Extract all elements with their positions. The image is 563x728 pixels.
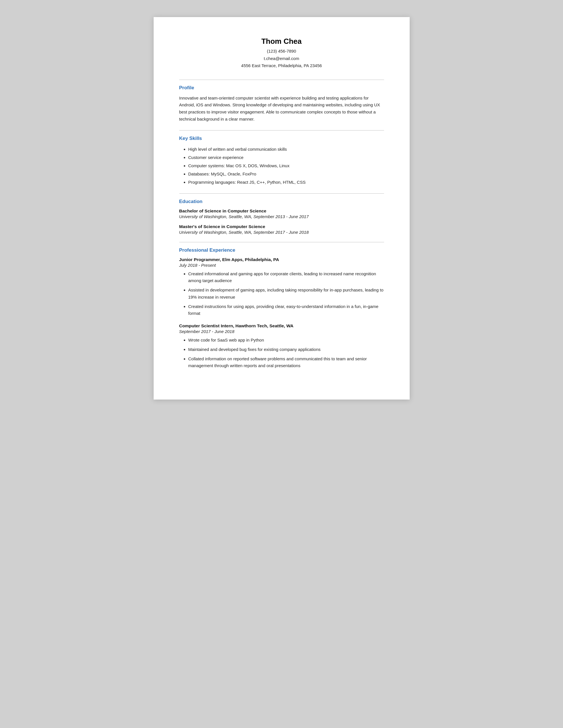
job-bullet-item: Wrote code for SaaS web app in Python (188, 337, 384, 344)
skills-divider (179, 193, 384, 194)
job-dates: July 2018 - Present (179, 263, 384, 268)
key-skills-section: Key Skills High level of written and ver… (179, 136, 384, 186)
job-title: Junior Programmer, Elm Apps, Philadelphi… (179, 257, 384, 262)
education-entries: Bachelor of Science in Computer ScienceU… (179, 208, 384, 235)
skill-item: Computer systems: Mac OS X, DOS, Windows… (188, 162, 384, 169)
skills-list: High level of written and verbal communi… (179, 145, 384, 186)
job-bullets: Created informational and gaming apps fo… (179, 270, 384, 317)
job-bullet-item: Assisted in development of gaming apps, … (188, 287, 384, 301)
professional-experience-section: Professional Experience Junior Programme… (179, 247, 384, 370)
job-title: Computer Scientist Intern, Hawthorn Tech… (179, 323, 384, 328)
job-entry: Junior Programmer, Elm Apps, Philadelphi… (179, 257, 384, 317)
header-section: Thom Chea (123) 456-7890 t.chea@email.co… (179, 37, 384, 69)
job-entry: Computer Scientist Intern, Hawthorn Tech… (179, 323, 384, 369)
job-bullet-item: Maintained and developed bug fixes for e… (188, 346, 384, 353)
skill-item: Customer service experience (188, 154, 384, 161)
education-entry: Master's of Science in Computer ScienceU… (179, 224, 384, 235)
education-entry: Bachelor of Science in Computer ScienceU… (179, 208, 384, 219)
phone: (123) 456-7890 (179, 47, 384, 55)
profile-divider (179, 130, 384, 131)
job-bullet-item: Created informational and gaming apps fo… (188, 270, 384, 285)
profile-title: Profile (179, 85, 384, 91)
edu-degree: Bachelor of Science in Computer Science (179, 208, 384, 214)
header-contact: (123) 456-7890 t.chea@email.com 4556 Eas… (179, 47, 384, 69)
profile-section: Profile Innovative and team-oriented com… (179, 85, 384, 123)
job-dates: September 2017 - June 2018 (179, 329, 384, 334)
education-title: Education (179, 199, 384, 204)
skill-item: Programming languages: React JS, C++, Py… (188, 178, 384, 186)
candidate-name: Thom Chea (179, 37, 384, 46)
email: t.chea@email.com (179, 55, 384, 62)
job-bullets: Wrote code for SaaS web app in PythonMai… (179, 337, 384, 369)
edu-institution: University of Washington, Seattle, WA, S… (179, 214, 384, 219)
edu-degree: Master's of Science in Computer Science (179, 224, 384, 229)
skill-item: High level of written and verbal communi… (188, 145, 384, 153)
job-entries: Junior Programmer, Elm Apps, Philadelphi… (179, 257, 384, 370)
key-skills-title: Key Skills (179, 136, 384, 141)
edu-institution: University of Washington, Seattle, WA, S… (179, 230, 384, 235)
education-divider (179, 242, 384, 242)
professional-experience-title: Professional Experience (179, 247, 384, 253)
profile-text: Innovative and team-oriented computer sc… (179, 95, 384, 123)
resume-page: Thom Chea (123) 456-7890 t.chea@email.co… (154, 17, 410, 400)
address: 4556 East Terrace, Philadelphia, PA 2345… (179, 62, 384, 69)
job-bullet-item: Collated information on reported softwar… (188, 355, 384, 370)
header-divider (179, 80, 384, 80)
skill-item: Databases: MySQL, Oracle, FoxPro (188, 170, 384, 178)
job-bullet-item: Created instructions for using apps, pro… (188, 303, 384, 317)
education-section: Education Bachelor of Science in Compute… (179, 199, 384, 235)
